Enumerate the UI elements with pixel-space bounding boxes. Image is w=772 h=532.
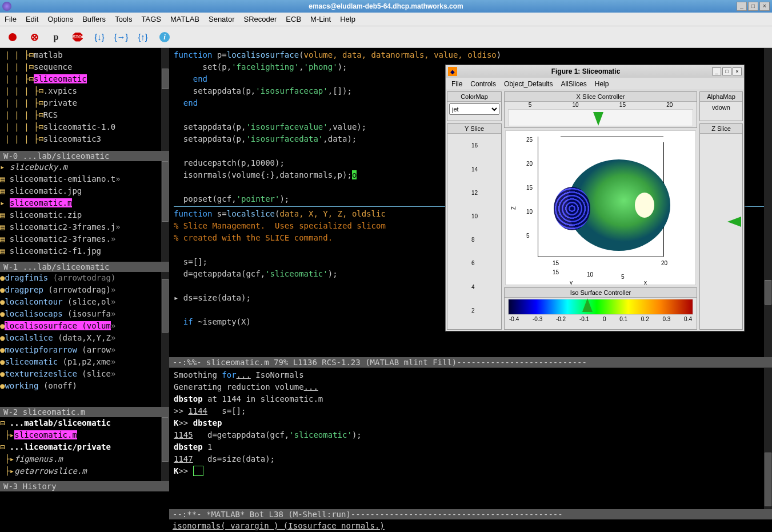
fig-menu-defaults[interactable]: Object_Defaults [504, 80, 553, 88]
figure-title: Figure 1: Sliceomatic [461, 67, 711, 75]
iso-label: Iso Surface Controller [505, 288, 697, 298]
stop-icon[interactable]: STOP [72, 31, 83, 43]
modeline-w2: W-2 sliceomatic.m [0, 407, 169, 417]
alphamap-value[interactable]: vdown [700, 102, 742, 113]
modeline-w3: W-3 History [0, 481, 169, 491]
ecb-directories[interactable]: | | ├⊟matlab | | |⊟sequence | | ├⊟sliceo… [0, 48, 169, 151]
alphamap-panel: AlphaMap vdown [699, 91, 743, 121]
arrow-up-icon[interactable] [582, 298, 593, 312]
ecb-sources[interactable]: ▸ slicebucky.m▤ sliceomatic-emiliano.t»▤… [0, 161, 169, 262]
alphamap-label: AlphaMap [700, 92, 742, 102]
y-slice-label: Y Slice [447, 124, 501, 134]
iso-colorbar[interactable] [508, 299, 693, 315]
menu-tags[interactable]: TAGS [141, 15, 161, 23]
matlab-shell[interactable]: Smoothing for... IsoNormalsGenerating re… [169, 367, 772, 509]
x-slice-label: X Slice Controller [505, 92, 697, 102]
menu-srecoder[interactable]: SRecoder [244, 15, 277, 23]
emacs-toolbar: ⊗ p STOP {↓} {→} {↑} i [0, 26, 772, 48]
x-slice-track[interactable] [508, 109, 693, 126]
p-icon[interactable]: p [50, 31, 62, 43]
menu-buffers[interactable]: Buffers [82, 15, 106, 23]
modeline-w0: W-0 ...lab/sliceomatic [0, 151, 169, 161]
scrollbar[interactable] [161, 48, 169, 151]
fig-maximize-button[interactable]: □ [722, 67, 731, 75]
step-over-icon[interactable]: {→} [115, 31, 127, 43]
window-title: emacs@eludlam-deb5-64.dhcp.mathworks.com [309, 2, 463, 10]
fig-close-button[interactable]: × [733, 67, 742, 75]
cancel-icon[interactable]: ⊗ [29, 31, 40, 43]
arrow-down-icon[interactable] [593, 112, 603, 126]
y-slice-panel[interactable]: Y Slice 161412108642 [447, 123, 502, 330]
figure-menubar: File Controls Object_Defaults AllSlices … [446, 78, 744, 90]
step-out-icon[interactable]: {↑} [137, 31, 149, 43]
modeline-shell: --:**- *MATLAB* Bot L38 (M-Shell:run)---… [169, 509, 772, 519]
x-slice-panel[interactable]: X Slice Controller 5101520 [504, 91, 697, 128]
modeline-w1: W-1 ...lab/sliceomatic [0, 262, 169, 272]
fig-menu-file[interactable]: File [451, 80, 462, 88]
z-slice-panel[interactable]: Z Slice [699, 123, 743, 330]
scrollbar[interactable] [764, 48, 772, 357]
close-button[interactable]: × [759, 2, 770, 11]
info-icon[interactable]: i [159, 31, 170, 43]
arrow-left-icon[interactable] [727, 217, 741, 227]
emacs-menubar: File Edit Options Buffers Tools TAGS MAT… [0, 13, 772, 26]
menu-matlab[interactable]: MATLAB [170, 15, 199, 23]
colormap-label: ColorMap [447, 92, 501, 102]
iso-surface-panel[interactable]: Iso Surface Controller -0.4-0.3-0.2-0.10… [504, 287, 697, 330]
figure-titlebar: ◆ Figure 1: Sliceomatic _ □ × [446, 65, 744, 78]
fig-menu-help[interactable]: Help [595, 80, 609, 88]
fig-menu-allslices[interactable]: AllSlices [561, 80, 586, 88]
maximize-button[interactable]: □ [748, 2, 758, 11]
menu-tools[interactable]: Tools [115, 15, 132, 23]
matlab-figure-window: ◆ Figure 1: Sliceomatic _ □ × File Contr… [445, 65, 745, 331]
menu-ecb[interactable]: ECB [286, 15, 301, 23]
ecb-methods[interactable]: ●dragfinis (arrowtodrag)●dragprep (arrow… [0, 272, 169, 407]
menu-edit[interactable]: Edit [26, 15, 38, 23]
menu-mlint[interactable]: M-Lint [310, 15, 331, 23]
scrollbar[interactable] [161, 161, 169, 262]
ecb-history[interactable]: ⊟ ...matlab/sliceomatic ├▸sliceomatic.m⊟… [0, 417, 169, 481]
fig-menu-controls[interactable]: Controls [470, 80, 496, 88]
menu-file[interactable]: File [5, 15, 17, 23]
colormap-select[interactable]: jet [449, 103, 499, 115]
scrollbar[interactable] [161, 417, 169, 481]
menu-options[interactable]: Options [47, 15, 73, 23]
slice-contours [554, 187, 590, 230]
menu-senator[interactable]: Senator [209, 15, 235, 23]
minibuffer[interactable]: isonormals( varargin ) (Isosurface norma… [169, 519, 772, 532]
matlab-icon: ◆ [448, 67, 457, 76]
fig-minimize-button[interactable]: _ [712, 67, 721, 75]
colormap-panel: ColorMap jet [447, 91, 502, 121]
z-axis-label: z [509, 206, 517, 210]
scrollbar[interactable] [161, 272, 169, 407]
minimize-button[interactable]: _ [737, 2, 747, 11]
z-slice-label: Z Slice [700, 124, 742, 134]
menu-help[interactable]: Help [340, 15, 355, 23]
step-in-icon[interactable]: {↓} [94, 31, 105, 43]
modeline-code: --:%%- sliceomatic.m 79% L1136 RCS-1.23 … [169, 357, 772, 367]
axes-3d[interactable]: z 25 20 15 10 5 15 20 15 10 [505, 130, 696, 285]
emacs-icon [2, 2, 11, 11]
os-titlebar: emacs@eludlam-deb5-64.dhcp.mathworks.com… [0, 0, 772, 13]
scrollbar[interactable] [764, 368, 772, 509]
record-icon[interactable] [7, 31, 18, 43]
